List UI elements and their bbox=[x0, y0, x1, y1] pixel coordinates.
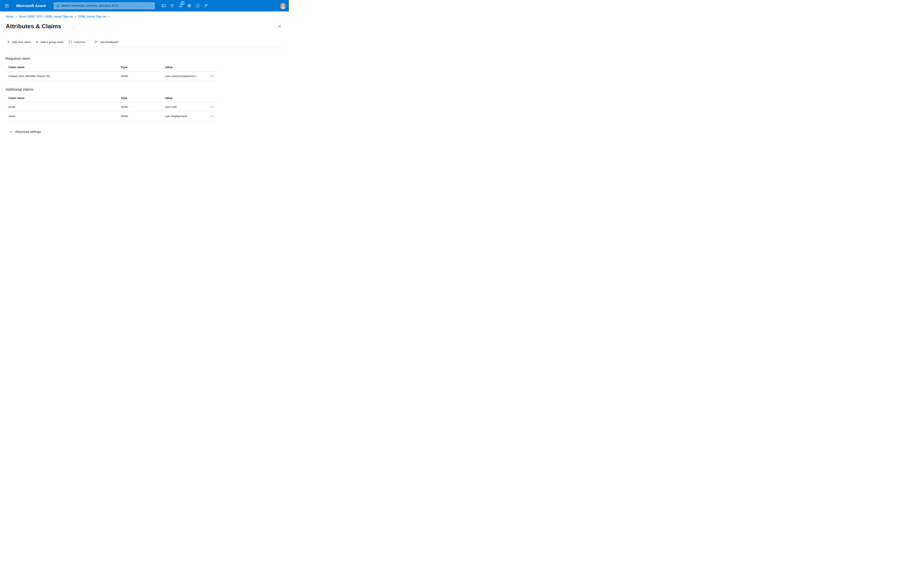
azure-brand: Microsoft Azure bbox=[16, 3, 46, 8]
add-new-claim-button[interactable]: Add new claim bbox=[5, 39, 32, 45]
top-bar: Microsoft Azure 6 bbox=[0, 0, 289, 12]
column-header-value: Value bbox=[165, 96, 207, 100]
global-search-box[interactable] bbox=[54, 2, 155, 9]
feedback-icon bbox=[204, 3, 208, 8]
hamburger-menu-button[interactable] bbox=[2, 2, 11, 9]
required-claim-heading: Required claim bbox=[5, 56, 217, 61]
breadcrumb-separator: > bbox=[75, 15, 76, 18]
row-menu-button[interactable] bbox=[209, 105, 215, 109]
page-title: Attributes & Claims bbox=[6, 23, 61, 30]
cell-type: SAML bbox=[120, 74, 165, 78]
chevron-down-icon bbox=[10, 131, 12, 133]
help-button[interactable]: ? bbox=[193, 0, 202, 12]
cell-type: SAML bbox=[120, 115, 165, 118]
column-header-claim-name: Claim name bbox=[5, 96, 120, 100]
breadcrumb-saml-based-sign-on[interactable]: SAML-based Sign-on bbox=[78, 15, 106, 18]
got-feedback-icon bbox=[94, 40, 98, 44]
table-header-row: Claim name Type Value bbox=[5, 63, 217, 71]
plus-icon bbox=[7, 40, 10, 44]
advanced-settings-label: Advanced settings bbox=[15, 130, 41, 134]
search-icon bbox=[56, 4, 60, 8]
table-row-unique-user-identifier[interactable]: Unique User Identifier (Name ID) SAML us… bbox=[5, 71, 217, 81]
breadcrumb-separator: > bbox=[108, 15, 110, 18]
directory-filter-button[interactable] bbox=[168, 0, 177, 12]
cell-value: user.userprincipalname [... bbox=[165, 74, 207, 78]
avatar-person-icon bbox=[280, 3, 286, 9]
topbar-actions: 6 ⚙ ? bbox=[160, 0, 211, 12]
table-header-row: Claim name Type Value bbox=[5, 94, 217, 102]
row-menu-button[interactable] bbox=[209, 114, 215, 118]
notification-badge: 6 bbox=[181, 1, 185, 5]
cell-claim-name: name bbox=[5, 115, 120, 118]
columns-icon bbox=[68, 40, 72, 44]
columns-button[interactable]: Columns bbox=[67, 39, 87, 45]
cell-value: user.mail bbox=[165, 105, 207, 109]
table-row-email[interactable]: email SAML user.mail bbox=[5, 102, 217, 112]
plus-icon bbox=[35, 40, 39, 44]
add-group-claim-button[interactable]: Add a group claim bbox=[34, 39, 65, 45]
add-new-claim-label: Add new claim bbox=[12, 40, 31, 44]
cloud-shell-icon bbox=[162, 3, 166, 8]
add-group-claim-label: Add a group claim bbox=[40, 40, 64, 44]
cloud-shell-button[interactable] bbox=[160, 0, 168, 12]
advanced-settings-toggle[interactable]: Advanced settings bbox=[9, 129, 41, 135]
additional-claims-heading: Additional claims bbox=[5, 87, 217, 92]
additional-claims-table: Claim name Type Value email SAML user.ma… bbox=[5, 94, 217, 121]
close-button[interactable] bbox=[277, 23, 282, 29]
directory-filter-icon bbox=[170, 4, 174, 8]
feedback-button[interactable] bbox=[202, 0, 211, 12]
account-avatar[interactable] bbox=[280, 3, 286, 9]
row-menu-button[interactable] bbox=[209, 74, 215, 78]
table-row-name[interactable]: name SAML user.displayname bbox=[5, 112, 217, 121]
cell-claim-name: email bbox=[5, 105, 120, 109]
column-header-type: Type bbox=[120, 66, 165, 69]
close-icon bbox=[278, 25, 281, 28]
required-claim-section: Required claim Claim name Type Value Uni… bbox=[5, 56, 217, 81]
column-header-claim-name: Claim name bbox=[5, 66, 120, 69]
help-icon: ? bbox=[196, 4, 200, 8]
column-header-value: Value bbox=[165, 66, 207, 69]
breadcrumb: Home > Azure SAML SSO | SAML-based Sign-… bbox=[6, 15, 289, 18]
notifications-button[interactable]: 6 bbox=[177, 0, 185, 12]
breadcrumb-separator: > bbox=[15, 15, 17, 18]
got-feedback-button[interactable]: Got feedback? bbox=[92, 39, 120, 45]
toolbar-divider bbox=[90, 40, 90, 44]
column-header-type: Type bbox=[120, 96, 165, 100]
columns-label: Columns bbox=[74, 40, 85, 44]
required-claim-table: Claim name Type Value Unique User Identi… bbox=[5, 63, 217, 81]
additional-claims-section: Additional claims Claim name Type Value … bbox=[5, 87, 217, 121]
settings-button[interactable]: ⚙ bbox=[185, 0, 193, 12]
got-feedback-label: Got feedback? bbox=[100, 40, 119, 44]
command-bar: Add new claim Add a group claim Columns … bbox=[5, 39, 285, 48]
breadcrumb-home[interactable]: Home bbox=[6, 15, 14, 18]
search-input[interactable] bbox=[61, 4, 153, 7]
cell-claim-name: Unique User Identifier (Name ID) bbox=[5, 74, 120, 78]
title-context-menu-button[interactable]: … bbox=[70, 25, 75, 28]
page-header: Attributes & Claims … bbox=[0, 22, 289, 30]
cell-type: SAML bbox=[120, 105, 165, 109]
gear-icon: ⚙ bbox=[187, 4, 191, 8]
cell-value: user.displayname bbox=[165, 115, 207, 118]
breadcrumb-azure-saml-sso[interactable]: Azure SAML SSO | SAML-based Sign-on bbox=[19, 15, 73, 18]
